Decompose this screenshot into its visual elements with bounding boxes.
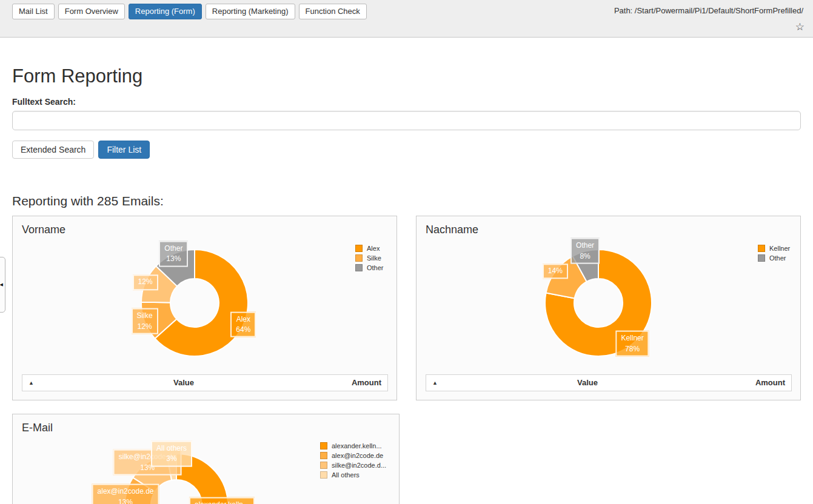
slice-label: Alex64% (230, 311, 256, 337)
fulltext-search-input[interactable] (12, 111, 801, 130)
module-body: Form Reporting Fulltext Search: Extended… (0, 65, 813, 504)
legend-item: Silke (355, 254, 384, 262)
search-buttons: Extended Search Filter List (12, 141, 801, 159)
legend-swatch (758, 245, 765, 252)
panel-title: E-Mail (22, 422, 53, 434)
slice-label: 14% (543, 264, 568, 279)
slice-label: Other8% (570, 238, 600, 264)
reporting-heading: Reporting with 285 Emails: (12, 194, 801, 208)
legend-label: All others (332, 471, 360, 479)
legend-label: alexander.kelln... (332, 442, 382, 449)
result-table-header: ▲ Value Amount (426, 374, 792, 391)
legend-swatch (320, 471, 327, 479)
fulltext-search-label: Fulltext Search: (12, 97, 801, 107)
column-header-amount[interactable]: Amount (327, 378, 387, 387)
panel-nachname: Kellner78%14%Other8% Nachname KellnerOth… (416, 216, 801, 400)
legend-item: Alex (355, 245, 384, 252)
column-header-amount[interactable]: Amount (731, 378, 791, 387)
page-title: Form Reporting (12, 65, 801, 87)
nachname-donut-chart: Kellner78%14%Other8% (417, 216, 800, 400)
collapse-arrow-icon: ◀ (0, 282, 3, 287)
legend-label: Other (367, 264, 384, 271)
panel-email: alexander.kelln...71%alex@in2code.de13%s… (12, 414, 400, 504)
slice-label: Other13% (159, 240, 188, 267)
panel-vorname: Alex64%Silke12%12%Other13% Vorname AlexS… (12, 216, 397, 400)
legend-swatch (758, 254, 765, 262)
sort-ascending-icon[interactable]: ▲ (426, 380, 444, 386)
legend-label: alex@in2code.de (332, 452, 383, 459)
chart-legend: KellnerOther (758, 245, 790, 262)
legend-label: Other (769, 254, 786, 262)
legend-label: silke@in2code.d... (332, 462, 386, 469)
legend-swatch (355, 264, 363, 271)
legend-swatch (320, 462, 327, 469)
legend-item: silke@in2code.d... (320, 462, 386, 469)
legend-item: Other (758, 254, 790, 262)
legend-swatch (355, 254, 363, 262)
chart-legend: alexander.kelln...alex@in2code.desilke@i… (320, 442, 386, 479)
tab-bar: Mail List Form Overview Reporting (Form)… (12, 4, 367, 19)
result-table-header: ▲ Value Amount (22, 374, 388, 391)
tab-mail-list[interactable]: Mail List (12, 4, 55, 19)
navigation-collapse-handle[interactable]: ◀ (0, 257, 5, 313)
column-header-value[interactable]: Value (444, 378, 731, 387)
charts-row-1: Alex64%Silke12%12%Other13% Vorname AlexS… (12, 216, 801, 400)
legend-swatch (320, 452, 327, 459)
doc-header: Mail List Form Overview Reporting (Form)… (0, 0, 813, 38)
tab-function-check[interactable]: Function Check (299, 4, 367, 19)
legend-item: All others (320, 471, 386, 479)
slice-label: All others3% (151, 441, 192, 467)
slice-label: Kellner78% (615, 331, 649, 357)
tab-form-overview[interactable]: Form Overview (58, 4, 125, 19)
bookmark-star-icon[interactable]: ☆ (795, 22, 805, 33)
sort-ascending-icon[interactable]: ▲ (22, 380, 41, 386)
column-header-value[interactable]: Value (41, 378, 327, 387)
charts-row-2: alexander.kelln...71%alex@in2code.de13%s… (12, 414, 801, 504)
tab-reporting-marketing[interactable]: Reporting (Marketing) (206, 4, 295, 19)
legend-swatch (320, 442, 327, 449)
vorname-donut-chart: Alex64%Silke12%12%Other13% (13, 216, 396, 400)
legend-label: Silke (367, 254, 381, 262)
tab-reporting-form[interactable]: Reporting (Form) (129, 4, 202, 19)
legend-label: Alex (367, 245, 380, 252)
panel-title: Vorname (22, 224, 65, 236)
legend-item: alex@in2code.de (320, 452, 386, 459)
extended-search-button[interactable]: Extended Search (12, 141, 94, 159)
slice-label: 12% (133, 275, 158, 290)
legend-item: alexander.kelln... (320, 442, 386, 449)
slice-label: alexander.kelln...71% (189, 497, 255, 504)
slice-label: alex@in2code.de13% (92, 484, 159, 504)
legend-swatch (355, 245, 363, 252)
slice-label: Silke12% (132, 308, 158, 334)
legend-item: Kellner (758, 245, 790, 252)
filter-list-button[interactable]: Filter List (98, 141, 150, 159)
page-path: Path: /Start/Powermail/Pi1/Default/Short… (614, 6, 803, 15)
legend-label: Kellner (769, 245, 790, 252)
chart-legend: AlexSilkeOther (355, 245, 384, 271)
panel-title: Nachname (426, 224, 478, 236)
legend-item: Other (355, 264, 384, 271)
